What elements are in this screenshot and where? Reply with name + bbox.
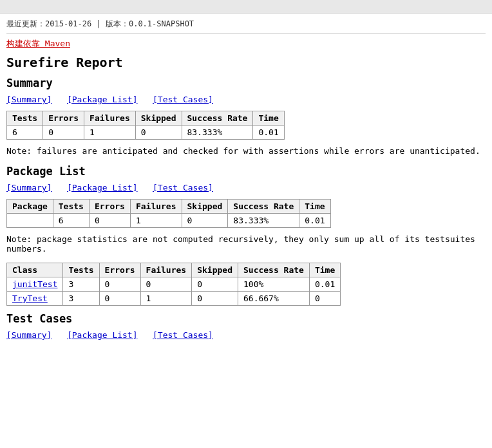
summary-row: 6 0 1 0 83.333% 0.01: [7, 126, 285, 140]
summary-tests: 6: [7, 126, 43, 140]
class-junit-name: junitTest: [7, 277, 63, 292]
pkg-col-failures: Failures: [130, 200, 182, 214]
summary-title: Summary: [6, 77, 486, 89]
class-junit-skipped: 0: [192, 277, 238, 292]
class-try-time: 0: [309, 292, 340, 306]
pkg-time: 0.01: [299, 214, 330, 228]
summary-nav-summary[interactable]: [Summary]: [6, 95, 52, 104]
summary-nav-test-cases[interactable]: [Test Cases]: [153, 95, 213, 104]
pkg-col-skipped: Skipped: [182, 200, 228, 214]
class-try-name: TryTest: [7, 292, 63, 306]
class-col-tests: Tests: [63, 263, 99, 277]
class-row-junit: junitTest 3 0 0 0 100% 0.01: [7, 277, 341, 292]
meta-separator: |: [96, 19, 105, 28]
meta-line: 最近更新：2015-01-26 | 版本：0.0.1-SNAPSHOT: [6, 19, 486, 34]
summary-col-success-rate: Success Rate: [182, 111, 253, 126]
summary-table: Tests Errors Failures Skipped Success Ra…: [6, 111, 285, 140]
class-col-skipped: Skipped: [192, 263, 238, 277]
class-junit-errors: 0: [99, 277, 140, 292]
test-cases-nav: [Summary] [Package List] [Test Cases]: [6, 330, 486, 340]
summary-col-tests: Tests: [7, 111, 43, 126]
class-col-failures: Failures: [140, 263, 192, 277]
summary-col-time: Time: [253, 111, 284, 126]
maven-link[interactable]: 构建依靠 Maven: [6, 38, 70, 50]
class-col-class: Class: [7, 263, 63, 277]
pkg-skipped: 0: [182, 214, 228, 228]
pkg-nav-summary[interactable]: [Summary]: [6, 183, 52, 192]
package-row: 6 0 1 0 83.333% 0.01: [7, 214, 331, 228]
summary-col-failures: Failures: [84, 111, 136, 126]
package-list-section: Package List [Summary] [Package List] [T…: [6, 165, 486, 306]
version: 版本：0.0.1-SNAPSHOT: [106, 19, 194, 28]
pkg-col-time: Time: [299, 200, 330, 214]
class-try-tests: 3: [63, 292, 99, 306]
pkg-success-rate: 83.333%: [228, 214, 299, 228]
class-junit-success-rate: 100%: [238, 277, 309, 292]
pkg-package: [7, 214, 53, 228]
main-content: 最近更新：2015-01-26 | 版本：0.0.1-SNAPSHOT 构建依靠…: [0, 14, 492, 351]
package-list-nav: [Summary] [Package List] [Test Cases]: [6, 183, 486, 192]
class-junit-tests: 3: [63, 277, 99, 292]
class-try-errors: 0: [99, 292, 140, 306]
summary-success-rate: 83.333%: [182, 126, 253, 140]
summary-note: Note: failures are anticipated and check…: [6, 146, 486, 156]
pkg-errors: 0: [89, 214, 130, 228]
pkg-col-package: Package: [7, 200, 53, 214]
summary-nav: [Summary] [Package List] [Test Cases]: [6, 95, 486, 104]
class-try-skipped: 0: [192, 292, 238, 306]
pkg-nav-package-list[interactable]: [Package List]: [67, 183, 138, 192]
class-junit-failures: 0: [140, 277, 192, 292]
pkg-col-tests: Tests: [53, 200, 89, 214]
summary-errors: 0: [43, 126, 84, 140]
pkg-col-errors: Errors: [89, 200, 130, 214]
top-bar: [0, 0, 492, 14]
last-updated: 最近更新：2015-01-26: [6, 19, 91, 28]
summary-time: 0.01: [253, 126, 284, 140]
pkg-col-success-rate: Success Rate: [228, 200, 299, 214]
class-col-time: Time: [309, 263, 340, 277]
summary-col-skipped: Skipped: [135, 111, 182, 126]
summary-col-errors: Errors: [43, 111, 84, 126]
class-col-success-rate: Success Rate: [238, 263, 309, 277]
package-list-note: Note: package statistics are not compute…: [6, 234, 486, 254]
class-table: Class Tests Errors Failures Skipped Succ…: [6, 263, 341, 306]
summary-skipped: 0: [135, 126, 182, 140]
class-junit-time: 0.01: [309, 277, 340, 292]
tc-nav-summary[interactable]: [Summary]: [6, 330, 52, 340]
class-try-failures: 1: [140, 292, 192, 306]
pkg-failures: 1: [130, 214, 182, 228]
test-cases-title: Test Cases: [6, 312, 486, 325]
pkg-tests: 6: [53, 214, 89, 228]
report-title: Surefire Report: [6, 55, 486, 70]
tc-nav-package-list[interactable]: [Package List]: [67, 330, 138, 340]
pkg-nav-test-cases[interactable]: [Test Cases]: [153, 183, 213, 192]
class-try-success-rate: 66.667%: [238, 292, 309, 306]
test-cases-section: Test Cases [Summary] [Package List] [Tes…: [6, 312, 486, 340]
class-row-try: TryTest 3 0 1 0 66.667% 0: [7, 292, 341, 306]
try-test-link[interactable]: TryTest: [12, 294, 48, 303]
summary-failures: 1: [84, 126, 136, 140]
class-col-errors: Errors: [99, 263, 140, 277]
package-list-title: Package List: [6, 165, 486, 178]
summary-nav-package-list[interactable]: [Package List]: [67, 95, 138, 104]
junit-test-link[interactable]: junitTest: [12, 279, 57, 289]
package-list-table: Package Tests Errors Failures Skipped Su…: [6, 199, 331, 228]
tc-nav-test-cases[interactable]: [Test Cases]: [153, 330, 213, 340]
